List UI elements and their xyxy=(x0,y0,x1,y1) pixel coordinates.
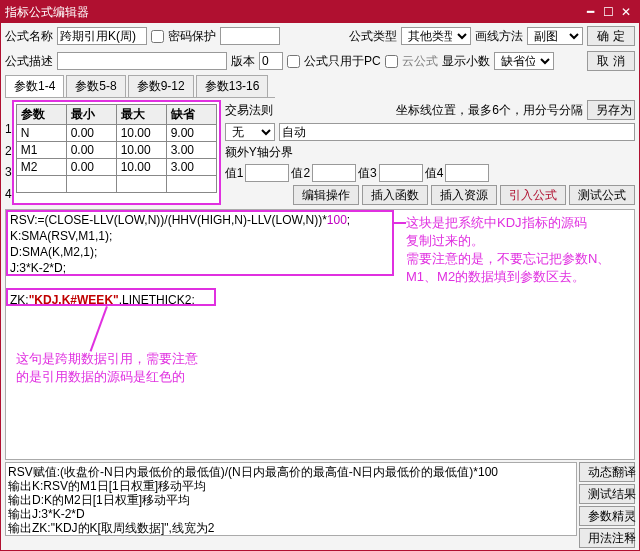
param-table-box: 参数最小最大缺省 N0.0010.009.00 M10.0010.003.00 … xyxy=(12,100,221,205)
import-formula-button[interactable]: 引入公式 xyxy=(500,185,566,205)
row-numbers: 1 2 3 4 xyxy=(5,100,12,205)
arrow-2 xyxy=(90,306,108,352)
coord-input[interactable] xyxy=(279,123,635,141)
val2-input[interactable] xyxy=(312,164,356,182)
label-version: 版本 xyxy=(231,53,255,70)
label-desc: 公式描述 xyxy=(5,53,53,70)
arrow-1 xyxy=(394,222,406,224)
row-name: 公式名称 密码保护 公式类型 其他类型 画线方法 副图 确 定 xyxy=(1,23,639,49)
titlebar: 指标公式编辑器 ━ ☐ ✕ xyxy=(1,1,639,23)
password-checkbox[interactable] xyxy=(151,30,164,43)
table-row: M20.0010.003.00 xyxy=(16,159,216,176)
formula-type-select[interactable]: 其他类型 xyxy=(401,27,471,45)
decimal-select[interactable]: 缺省位数 xyxy=(494,52,554,70)
annotation-2: 这句是跨期数据引用，需要注意 的是引用数据的源码是红色的 xyxy=(16,350,198,386)
cloud-checkbox[interactable] xyxy=(385,55,398,68)
val3-input[interactable] xyxy=(379,164,423,182)
right-panel: 交易法则 坐标线位置，最多6个，用分号分隔 另存为 无 额外Y轴分界 值1 值2… xyxy=(225,100,635,205)
output-panel: RSV赋值:(收盘价-N日内最低价的最低值)/(N日内最高价的最高值-N日内最低… xyxy=(5,462,577,536)
tab-params-1-4[interactable]: 参数1-4 xyxy=(5,75,64,97)
dynamic-translate-button[interactable]: 动态翻译 xyxy=(579,462,635,482)
label-pwd: 密码保护 xyxy=(168,28,216,45)
version-input[interactable] xyxy=(259,52,283,70)
highlight-box-1 xyxy=(6,210,394,276)
trade-select[interactable]: 无 xyxy=(225,123,275,141)
label-cloud: 云公式 xyxy=(402,53,438,70)
param-tabs: 参数1-4 参数5-8 参数9-12 参数13-16 xyxy=(5,75,275,98)
val4-input[interactable] xyxy=(445,164,489,182)
table-row xyxy=(16,176,216,193)
label-type: 公式类型 xyxy=(349,28,397,45)
label-onlypc: 公式只用于PC xyxy=(304,53,381,70)
cancel-button[interactable]: 取 消 xyxy=(587,51,635,71)
minimize-icon[interactable]: ━ xyxy=(581,5,599,19)
window-title: 指标公式编辑器 xyxy=(5,4,581,21)
insert-res-button[interactable]: 插入资源 xyxy=(431,185,497,205)
saveas-button[interactable]: 另存为 xyxy=(587,100,635,120)
label-name: 公式名称 xyxy=(5,28,53,45)
close-icon[interactable]: ✕ xyxy=(617,5,635,19)
password-input[interactable] xyxy=(220,27,280,45)
only-pc-checkbox[interactable] xyxy=(287,55,300,68)
test-result-button[interactable]: 测试结果 xyxy=(579,484,635,504)
code-editor[interactable]: RSV:=(CLOSE-LLV(LOW,N))/(HHV(HIGH,N)-LLV… xyxy=(5,209,635,460)
annotation-1: 这块是把系统中KDJ指标的源码 复制过来的。 需要注意的是，不要忘记把参数N、 … xyxy=(406,214,610,286)
bottom-section: RSV赋值:(收盘价-N日内最低价的最低值)/(N日内最高价的最高值-N日内最低… xyxy=(1,462,639,550)
ok-button[interactable]: 确 定 xyxy=(587,26,635,46)
edit-op-button[interactable]: 编辑操作 xyxy=(293,185,359,205)
label-yaxis: 额外Y轴分界 xyxy=(225,144,293,161)
right-buttons: 动态翻译 测试结果 参数精灵 用法注释 xyxy=(579,462,639,550)
table-row: N0.0010.009.00 xyxy=(16,125,216,142)
row-desc: 公式描述 版本 公式只用于PC 云公式 显示小数 缺省位数 取 消 xyxy=(1,49,639,73)
val1-input[interactable] xyxy=(245,164,289,182)
param-wizard-button[interactable]: 参数精灵 xyxy=(579,506,635,526)
formula-name-input[interactable] xyxy=(57,27,147,45)
formula-desc-input[interactable] xyxy=(57,52,227,70)
label-line: 画线方法 xyxy=(475,28,523,45)
label-coord: 坐标线位置，最多6个，用分号分隔 xyxy=(396,102,583,119)
tab-params-9-12[interactable]: 参数9-12 xyxy=(128,75,194,97)
formula-editor-window: 指标公式编辑器 ━ ☐ ✕ 公式名称 密码保护 公式类型 其他类型 画线方法 副… xyxy=(0,0,640,551)
table-row: M10.0010.003.00 xyxy=(16,142,216,159)
usage-note-button[interactable]: 用法注释 xyxy=(579,528,635,548)
test-formula-button[interactable]: 测试公式 xyxy=(569,185,635,205)
highlight-box-2 xyxy=(6,288,216,306)
label-trade: 交易法则 xyxy=(225,102,273,119)
tab-params-5-8[interactable]: 参数5-8 xyxy=(66,75,125,97)
tab-params-13-16[interactable]: 参数13-16 xyxy=(196,75,269,97)
line-method-select[interactable]: 副图 xyxy=(527,27,583,45)
maximize-icon[interactable]: ☐ xyxy=(599,5,617,19)
mid-section: 1 2 3 4 参数最小最大缺省 N0.0010.009.00 M10.0010… xyxy=(1,98,639,207)
insert-fn-button[interactable]: 插入函数 xyxy=(362,185,428,205)
param-table[interactable]: 参数最小最大缺省 N0.0010.009.00 M10.0010.003.00 … xyxy=(16,104,217,193)
label-showdec: 显示小数 xyxy=(442,53,490,70)
